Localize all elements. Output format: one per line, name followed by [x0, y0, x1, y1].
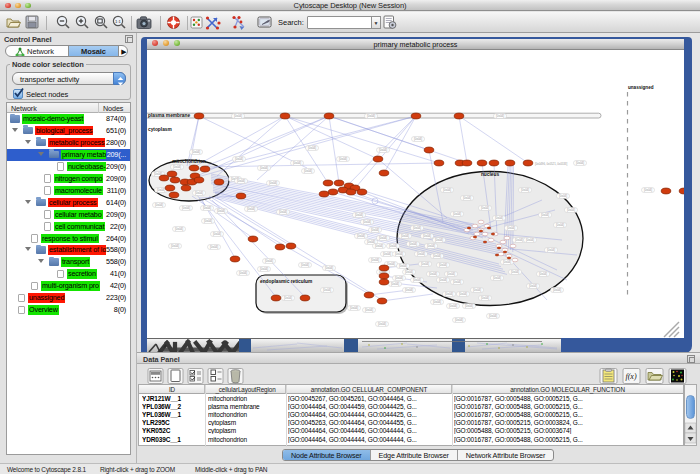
- svg-text:[0x04]: [0x04]: [435, 238, 443, 242]
- svg-text:[0x04]: [0x04]: [447, 272, 455, 276]
- svg-text:[0x04]: [0x04]: [515, 238, 523, 242]
- svg-text:[0x04]: [0x04]: [409, 242, 417, 246]
- svg-text:[0x04]: [0x04]: [387, 262, 395, 266]
- svg-text:[0x04]: [0x04]: [539, 272, 547, 276]
- svg-text:[0x04]: [0x04]: [445, 292, 453, 296]
- svg-text:[0x04]: [0x04]: [363, 220, 371, 224]
- svg-text:[0x04]: [0x04]: [284, 296, 292, 300]
- svg-text:[0x04]: [0x04]: [203, 206, 211, 210]
- svg-text:[0x04]: [0x04]: [433, 254, 441, 258]
- svg-text:[0x04]: [0x04]: [473, 288, 481, 292]
- svg-text:[0x04]: [0x04]: [192, 150, 200, 154]
- svg-text:[0x04]: [0x04]: [413, 226, 421, 230]
- svg-text:[0x04]: [0x04]: [389, 244, 397, 248]
- svg-text:[0x04]: [0x04]: [481, 296, 489, 300]
- svg-text:[0x04]: [0x04]: [429, 272, 437, 276]
- svg-text:[0x04]: [0x04]: [453, 280, 461, 284]
- svg-text:[0x04]: [0x04]: [355, 213, 363, 217]
- svg-text:[0x04]: [0x04]: [365, 308, 373, 312]
- svg-text:[0x04]: [0x04]: [511, 270, 519, 274]
- svg-text:[0x04]: [0x04]: [559, 194, 567, 198]
- svg-text:[0x04]: [0x04]: [175, 227, 183, 231]
- svg-text:[0x04]: [0x04]: [379, 148, 387, 152]
- svg-text:[0x04]: [0x04]: [265, 259, 273, 263]
- svg-text:[0x04]: [0x04]: [182, 206, 190, 210]
- svg-text:[0x04]: [0x04]: [378, 322, 386, 326]
- svg-text:[0x04]: [0x04]: [455, 318, 463, 322]
- svg-text:[0x04]: [0x04]: [269, 181, 277, 185]
- svg-text:cytoplasm: cytoplasm: [148, 127, 172, 132]
- svg-text:[0x04]: [0x04]: [217, 209, 225, 213]
- svg-text:mitochondrion: mitochondrion: [172, 158, 206, 163]
- svg-text:[0x04]: [0x04]: [247, 207, 255, 211]
- svg-text:[0x04]: [0x04]: [556, 223, 564, 227]
- svg-text:[0x04]: [0x04]: [547, 248, 555, 252]
- svg-text:[0x04]: [0x04]: [463, 196, 471, 200]
- svg-text:[0x04]: [0x04]: [481, 206, 489, 210]
- svg-text:nucleus: nucleus: [481, 172, 499, 177]
- svg-text:[0x04]: [0x04]: [301, 263, 309, 267]
- svg-text:[0x04]: [0x04]: [204, 219, 212, 223]
- svg-text:[0x04]: [0x04]: [210, 245, 218, 249]
- svg-text:unassigned: unassigned: [628, 84, 654, 89]
- svg-text:[0x04]: [0x04]: [496, 114, 504, 118]
- svg-text:[0x04]: [0x04]: [371, 228, 379, 232]
- svg-text:[0x04]: [0x04]: [417, 252, 425, 256]
- svg-text:[0x04]: [0x04]: [383, 252, 391, 256]
- svg-text:endoplasmic reticulum: endoplasmic reticulum: [260, 278, 312, 283]
- svg-text:[0x04]: [0x04]: [439, 278, 447, 282]
- svg-text:[0x04]: [0x04]: [308, 146, 316, 150]
- svg-text:[0x04]: [0x04]: [171, 244, 179, 248]
- svg-text:[0x04]: [0x04]: [323, 288, 331, 292]
- svg-text:[0x04]: [0x04]: [325, 266, 333, 270]
- svg-text:[0x04]: [0x04]: [371, 258, 379, 262]
- svg-text:[0x04]: [0x04]: [391, 282, 399, 286]
- svg-text:[0x04]: [0x04]: [195, 191, 203, 195]
- svg-text:[0x04]: [0x04]: [493, 276, 501, 280]
- svg-text:[0x04]: [0x04]: [443, 188, 451, 192]
- svg-text:[0x04]: [0x04]: [553, 288, 561, 292]
- svg-text:[0x04]: [0x04]: [234, 114, 242, 118]
- svg-text:[0x04]: [0x04]: [423, 234, 431, 238]
- svg-text:[0x04]: [0x04]: [350, 306, 358, 310]
- svg-text:[0x04]: [0x04]: [576, 161, 584, 165]
- svg-text:[0x04]: [0x04]: [421, 262, 429, 266]
- svg-text:[0x04]: [0x04]: [357, 234, 365, 238]
- svg-text:[0x04]: [0x04]: [459, 292, 467, 296]
- svg-text:[0x04]: [0x04]: [439, 263, 447, 267]
- svg-text:[0x04]: [0x04]: [465, 304, 473, 308]
- svg-text:[0x04]: [0x04]: [395, 276, 403, 280]
- svg-text:[0x04]: [0x04]: [157, 188, 165, 192]
- svg-text:[0x04]: [0x04]: [567, 208, 575, 212]
- svg-text:[0x04]: [0x04]: [155, 203, 163, 207]
- svg-text:[0x04]: [0x04]: [521, 188, 529, 192]
- svg-text:[0x04]: [0x04]: [495, 216, 503, 220]
- svg-text:1:1: 1:1: [115, 19, 121, 24]
- svg-text:[0x04]: [0x04]: [507, 226, 515, 230]
- svg-text:[0x04]: [0x04]: [339, 157, 347, 161]
- svg-text:[0x04]: [0x04]: [644, 188, 652, 192]
- svg-text:[0x04]: [0x04]: [375, 244, 383, 248]
- svg-text:[0x04]: [0x04]: [529, 284, 537, 288]
- svg-text:[0x04]: [0x04]: [260, 267, 268, 271]
- svg-text:plasma membrane: plasma membrane: [148, 113, 190, 118]
- svg-text:[0x04]: [0x04]: [413, 278, 421, 282]
- svg-text:f(x): f(x): [625, 372, 636, 381]
- svg-text:[0x04]: [0x04]: [260, 166, 268, 170]
- svg-text:[0x04]: [0x04]: [237, 179, 245, 183]
- svg-text:[0x04]: [0x04]: [503, 260, 511, 264]
- svg-text:[0x04]: [0x04]: [414, 137, 422, 141]
- svg-text:[0x04]: [0x04]: [304, 169, 312, 173]
- svg-text:[0x04]: [0x04]: [401, 234, 409, 238]
- svg-text:[0x0496, 0x0521, 0x0533]: [0x0496, 0x0521, 0x0533]: [535, 162, 567, 166]
- svg-text:[0x04]: [0x04]: [399, 264, 407, 268]
- svg-text:[0x04]: [0x04]: [173, 165, 181, 169]
- svg-text:[0x04]: [0x04]: [395, 252, 403, 256]
- svg-text:[0x04]: [0x04]: [235, 157, 243, 161]
- svg-text:[0x04]: [0x04]: [405, 288, 413, 292]
- svg-text:[0x04]: [0x04]: [213, 232, 221, 236]
- svg-text:[0x04]: [0x04]: [379, 236, 387, 240]
- svg-text:[0x04]: [0x04]: [449, 304, 457, 308]
- svg-text:[0x04]: [0x04]: [239, 271, 247, 275]
- svg-text:[0x04]: [0x04]: [279, 210, 287, 214]
